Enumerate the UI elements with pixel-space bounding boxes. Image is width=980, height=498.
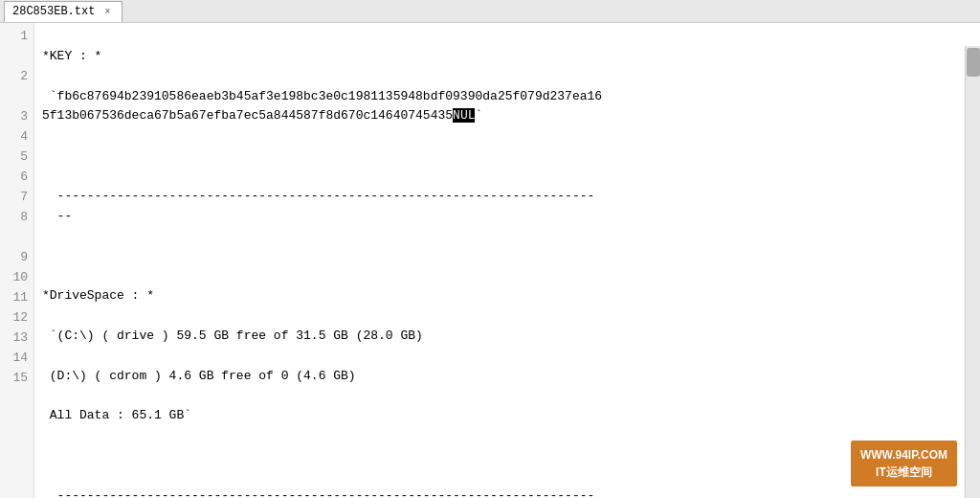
scrollbar-thumb[interactable]	[967, 48, 980, 77]
code-line-divider-2: ----------------------------------------…	[42, 487, 972, 498]
code-line-3	[42, 246, 972, 266]
code-line-alldata: All Data : 65.1 GB`	[42, 406, 972, 426]
code-line-divider-1: ----------------------------------------…	[42, 187, 972, 227]
content-area: 1 2 3 4 5 6 7 8 9 10 11 12 13 14 15 *KEY…	[0, 23, 980, 498]
line-numbers: 1 2 3 4 5 6 7 8 9 10 11 12 13 14 15	[0, 23, 34, 498]
file-tab[interactable]: 28C853EB.txt ×	[4, 1, 122, 22]
tab-close-button[interactable]: ×	[100, 5, 114, 18]
code-line-key-value: `fb6c87694b23910586eaeb3b45af3e198bc3e0c…	[42, 87, 972, 127]
code-line-drivespace: *DriveSpace : *	[42, 286, 972, 306]
watermark: WWW.94IP.COM IT运维空间	[851, 441, 957, 487]
title-bar: 28C853EB.txt ×	[0, 0, 980, 23]
scrollbar-right[interactable]	[965, 46, 980, 498]
code-line-8	[42, 446, 972, 466]
main-window: 28C853EB.txt × 1 2 3 4 5 6 7 8 9 10 11 1…	[0, 0, 980, 498]
code-line-2	[42, 147, 972, 167]
code-line-cdrive: `(C:\) ( drive ) 59.5 GB free of 31.5 GB…	[42, 327, 972, 347]
watermark-url: WWW.94IP.COM	[860, 446, 947, 464]
null-highlight: NUL	[453, 108, 475, 123]
code-line-1: *KEY : *	[42, 47, 972, 67]
code-content[interactable]: *KEY : * `fb6c87694b23910586eaeb3b45af3e…	[34, 23, 980, 498]
watermark-name: IT运维空间	[860, 464, 947, 481]
code-line-ddrive: (D:\) ( cdrom ) 4.6 GB free of 0 (4.6 GB…	[42, 367, 972, 387]
tab-title: 28C853EB.txt	[12, 5, 95, 18]
